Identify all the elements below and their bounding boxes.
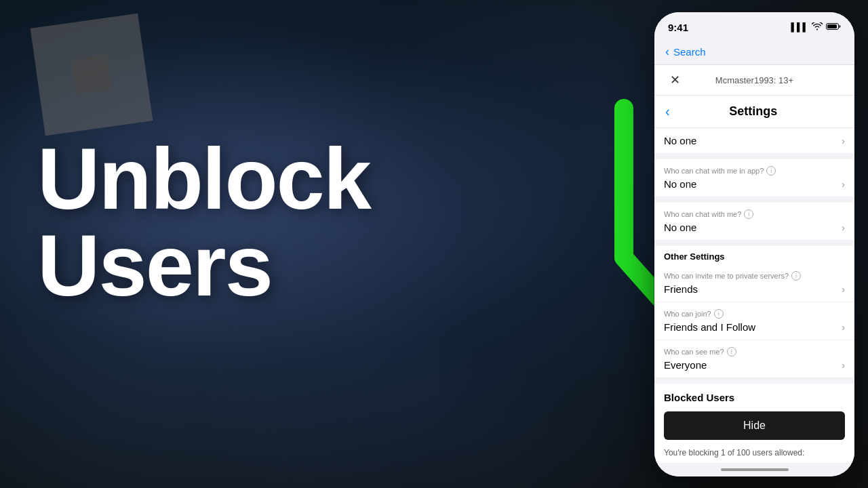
settings-row-ps-label: Who can invite me to private servers? i bbox=[664, 271, 845, 281]
settings-row-1-chevron: › bbox=[842, 179, 845, 190]
sep-4 bbox=[654, 378, 854, 384]
blocking-info: You're blocking 1 of 100 users allowed: bbox=[654, 447, 854, 463]
settings-page-header: ‹ Settings bbox=[654, 96, 854, 128]
sep-1 bbox=[654, 154, 854, 159]
settings-row-join-label: Who can join? i bbox=[664, 309, 845, 319]
settings-row-join-value: Friends and I Follow bbox=[664, 321, 755, 333]
nav-bar: ‹ Search bbox=[654, 42, 854, 65]
sep-2 bbox=[654, 197, 854, 203]
settings-row-0-chevron: › bbox=[842, 136, 845, 146]
home-indicator bbox=[721, 468, 789, 471]
settings-row-1-label: Who can chat with me in app? i bbox=[664, 166, 845, 176]
settings-row-join-chevron: › bbox=[842, 322, 845, 333]
nav-search-label[interactable]: Search bbox=[673, 46, 706, 58]
settings-content: ‹ Settings No one › Who can chat with me… bbox=[654, 96, 854, 463]
settings-row-see-chevron: › bbox=[842, 360, 845, 371]
status-time: 9:41 bbox=[668, 22, 688, 33]
settings-row-1-value: No one bbox=[664, 178, 696, 190]
other-settings-header: Other Settings bbox=[654, 246, 854, 264]
settings-section-1: Who can chat with me in app? i No one › bbox=[654, 159, 854, 197]
settings-row-2-label: Who can chat with me? i bbox=[664, 209, 845, 219]
info-icon-2[interactable]: i bbox=[744, 209, 753, 219]
info-icon-1[interactable]: i bbox=[766, 166, 776, 176]
blocked-users-header: Blocked Users bbox=[654, 384, 854, 409]
settings-row-2[interactable]: Who can chat with me? i No one › bbox=[654, 203, 854, 241]
settings-row-see-value: Everyone bbox=[664, 359, 707, 371]
wifi-icon bbox=[812, 22, 823, 33]
back-nav-icon[interactable]: ‹ bbox=[665, 45, 669, 59]
main-text-overlay: Unblock Users bbox=[37, 136, 370, 309]
svg-rect-2 bbox=[827, 24, 837, 28]
settings-section-top: No one › bbox=[654, 128, 854, 154]
settings-row-2-chevron: › bbox=[842, 222, 845, 233]
overlay-line1: Unblock bbox=[37, 136, 370, 222]
signal-icon: ▌▌▌ bbox=[791, 22, 808, 32]
settings-row-ps-value: Friends bbox=[664, 283, 698, 295]
settings-back-button[interactable]: ‹ bbox=[665, 104, 670, 119]
bottom-indicator bbox=[654, 463, 854, 476]
overlay-line2: Users bbox=[37, 222, 370, 309]
info-icon-5[interactable]: i bbox=[727, 347, 736, 357]
sep-3 bbox=[654, 241, 854, 246]
battery-icon bbox=[826, 22, 841, 33]
settings-row-0-value: No one bbox=[664, 135, 696, 146]
close-button[interactable]: ✕ bbox=[665, 70, 684, 89]
roblox-logo bbox=[31, 14, 153, 136]
settings-row-2-value: No one bbox=[664, 222, 696, 233]
status-icons: ▌▌▌ bbox=[791, 22, 841, 33]
settings-row-1[interactable]: Who can chat with me in app? i No one › bbox=[654, 159, 854, 197]
settings-title: Settings bbox=[677, 104, 830, 119]
roblox-logo-inner bbox=[72, 55, 112, 95]
settings-row-ps-chevron: › bbox=[842, 284, 845, 295]
settings-row-see-label: Who can see me? i bbox=[664, 347, 845, 357]
phone-frame: 9:41 ▌▌▌ ‹ Search bbox=[654, 12, 854, 476]
status-bar: 9:41 ▌▌▌ bbox=[654, 12, 854, 42]
settings-section-2: Who can chat with me? i No one › bbox=[654, 203, 854, 241]
app-header: ✕ Mcmaster1993: 13+ bbox=[654, 65, 854, 96]
info-icon-4[interactable]: i bbox=[714, 309, 724, 319]
other-settings-section: Other Settings Who can invite me to priv… bbox=[654, 246, 854, 378]
settings-row-join[interactable]: Who can join? i Friends and I Follow › bbox=[654, 302, 854, 340]
app-username: Mcmaster1993: 13+ bbox=[715, 75, 793, 85]
blocked-users-section: Blocked Users Hide You're blocking 1 of … bbox=[654, 384, 854, 463]
settings-row-private-servers[interactable]: Who can invite me to private servers? i … bbox=[654, 264, 854, 302]
hide-button[interactable]: Hide bbox=[664, 411, 845, 440]
info-icon-3[interactable]: i bbox=[791, 271, 801, 281]
settings-row-0[interactable]: No one › bbox=[654, 128, 854, 154]
settings-row-see-me[interactable]: Who can see me? i Everyone › bbox=[654, 340, 854, 378]
